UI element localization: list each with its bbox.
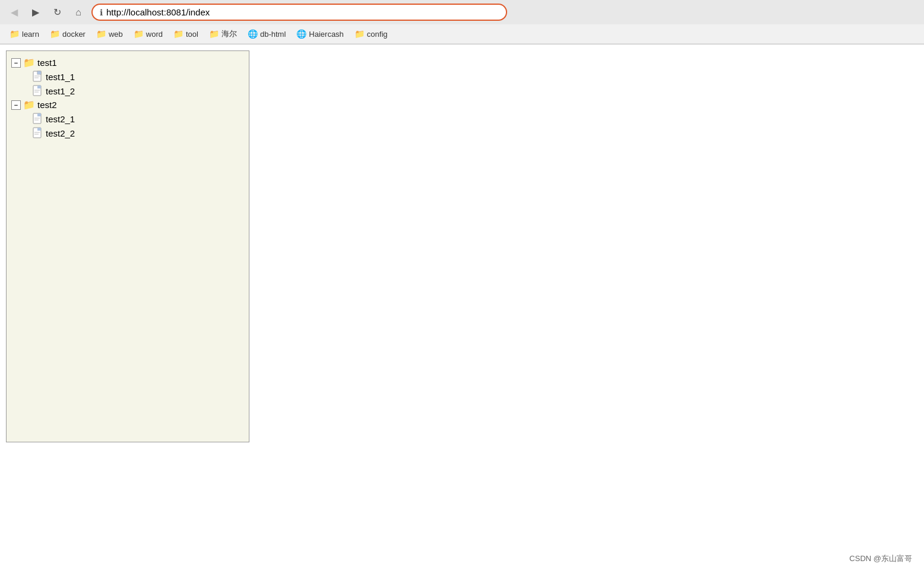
tree-node-test1-2[interactable]: test1_2 <box>9 84 246 98</box>
collapse-test2[interactable]: − <box>11 100 21 110</box>
file-icon-test1-1 <box>33 71 43 83</box>
page-footer: CSDN @东山富哥 <box>849 553 912 564</box>
bookmark-haiercash-icon: 🌐 <box>296 29 306 39</box>
bookmark-learn-label: learn <box>22 30 39 39</box>
bookmark-word-label: word <box>146 30 163 39</box>
bookmark-db-html-icon: 🌐 <box>248 29 258 39</box>
bookmark-learn[interactable]: 📁 learn <box>5 27 44 40</box>
svg-marker-14 <box>37 128 41 131</box>
address-input[interactable] <box>106 7 499 17</box>
refresh-button[interactable]: ↻ <box>49 4 65 21</box>
bookmark-config[interactable]: 📁 config <box>350 27 393 40</box>
home-button[interactable]: ⌂ <box>70 4 87 21</box>
tree-label-test1: test1 <box>37 58 57 68</box>
file-icon-test1-2 <box>33 85 43 97</box>
svg-marker-2 <box>37 71 41 74</box>
bookmark-tool-icon: 📁 <box>173 29 183 39</box>
svg-marker-10 <box>37 113 41 116</box>
footer-text: CSDN @东山富哥 <box>849 554 912 563</box>
bookmarks-bar: 📁 learn 📁 docker 📁 web 📁 word 📁 tool 📁 海… <box>0 24 924 44</box>
browser-chrome: ◀ ▶ ↻ ⌂ ℹ 📁 learn 📁 docker 📁 web 📁 word … <box>0 0 924 45</box>
tree-label-test1-1: test1_1 <box>46 72 75 82</box>
collapse-test1[interactable]: − <box>11 58 21 68</box>
page-content: − 📁 test1 test1_1 test1_2 <box>0 45 924 531</box>
tree-label-test1-2: test1_2 <box>46 86 75 96</box>
tree-label-test2: test2 <box>37 100 57 110</box>
folder-icon-test2: 📁 <box>23 99 35 110</box>
bookmark-haier-icon: 📁 <box>209 29 219 39</box>
tree-node-test1[interactable]: − 📁 test1 <box>9 56 246 69</box>
tree-node-test2-2[interactable]: test2_2 <box>9 126 246 140</box>
tree-label-test2-1: test2_1 <box>46 114 75 124</box>
bookmark-haiercash[interactable]: 🌐 Haiercash <box>292 27 349 40</box>
folder-icon-test1: 📁 <box>23 57 35 68</box>
back-button[interactable]: ◀ <box>6 4 23 21</box>
nav-bar: ◀ ▶ ↻ ⌂ ℹ <box>0 0 924 24</box>
bookmark-tool[interactable]: 📁 tool <box>169 27 203 40</box>
bookmark-config-icon: 📁 <box>355 29 365 39</box>
bookmark-docker-label: docker <box>62 30 86 39</box>
bookmark-haiercash-label: Haiercash <box>309 30 344 39</box>
file-icon-test2-2 <box>33 127 43 139</box>
bookmark-learn-icon: 📁 <box>10 29 20 39</box>
bookmark-web-label: web <box>109 30 123 39</box>
address-bar: ℹ <box>91 4 507 21</box>
bookmark-word-icon: 📁 <box>134 29 144 39</box>
bookmark-web[interactable]: 📁 web <box>91 27 128 40</box>
tree-panel: − 📁 test1 test1_1 test1_2 <box>6 50 249 442</box>
tree-node-test2-1[interactable]: test2_1 <box>9 112 246 126</box>
bookmark-web-icon: 📁 <box>96 29 106 39</box>
bookmark-docker-icon: 📁 <box>50 29 60 39</box>
tree-label-test2-2: test2_2 <box>46 128 75 138</box>
address-security-icon: ℹ <box>100 8 103 17</box>
file-icon-test2-1 <box>33 113 43 125</box>
forward-button[interactable]: ▶ <box>27 4 44 21</box>
svg-marker-6 <box>37 86 41 88</box>
bookmark-haier[interactable]: 📁 海尔 <box>204 27 242 41</box>
tree-node-test2[interactable]: − 📁 test2 <box>9 98 246 112</box>
bookmark-haier-label: 海尔 <box>221 28 237 39</box>
bookmark-db-html-label: db-html <box>260 30 286 39</box>
bookmark-tool-label: tool <box>186 30 198 39</box>
bookmark-db-html[interactable]: 🌐 db-html <box>243 27 290 40</box>
tree-node-test1-1[interactable]: test1_1 <box>9 69 246 84</box>
bookmark-word[interactable]: 📁 word <box>129 27 167 40</box>
bookmark-config-label: config <box>367 30 388 39</box>
bookmark-docker[interactable]: 📁 docker <box>45 27 90 40</box>
